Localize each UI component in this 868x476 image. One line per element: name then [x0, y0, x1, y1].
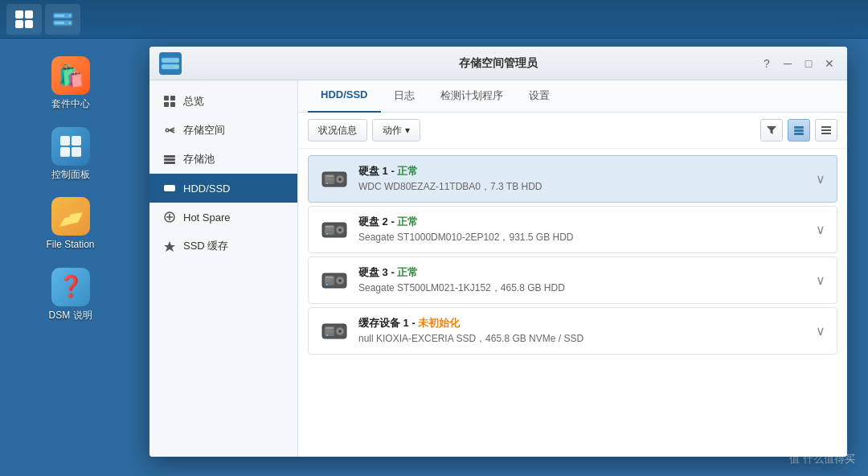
pool-label: 存储池: [183, 152, 215, 166]
svg-rect-14: [159, 52, 182, 75]
svg-rect-38: [794, 126, 804, 129]
svg-rect-11: [72, 136, 81, 146]
disk3-info: 硬盘 3 - 正常 Seagate ST500LM021-1KJ152，465.…: [358, 265, 806, 295]
svg-point-70: [326, 284, 328, 285]
window-maximize-btn[interactable]: □: [800, 55, 817, 72]
disk2-expand-btn[interactable]: ∨: [816, 222, 825, 237]
svg-rect-1: [25, 10, 33, 18]
status-info-btn[interactable]: 状况信息: [308, 119, 367, 142]
svg-point-6: [69, 14, 72, 17]
tab-schedule[interactable]: 检测计划程序: [428, 80, 516, 113]
tab-log[interactable]: 日志: [381, 80, 428, 113]
filestation-label: File Station: [46, 239, 94, 252]
cache1-info: 缓存设备 1 - 未初始化 null KIOXIA-EXCERIA SSD，46…: [358, 316, 806, 346]
sidebar-item-storage[interactable]: 存储空间: [149, 116, 297, 145]
detail-view-btn[interactable]: [815, 119, 837, 142]
disk2-name: 硬盘 2 - 正常: [358, 215, 806, 229]
sidebar-item-pool[interactable]: 存储池: [149, 145, 297, 174]
control-label: 控制面板: [51, 169, 90, 182]
disk-item-cache1[interactable]: 缓存设备 1 - 未初始化 null KIOXIA-EXCERIA SSD，46…: [308, 307, 837, 355]
tab-hdd-ssd[interactable]: HDD/SSD: [308, 80, 381, 113]
desktop-icon-dsm[interactable]: ❓ DSM 说明: [39, 263, 103, 327]
disk-item-1[interactable]: 硬盘 1 - 正常 WDC WD80EZAZ-11TDBA0，7.3 TB HD…: [308, 155, 837, 203]
svg-rect-28: [164, 155, 175, 158]
svg-rect-50: [326, 178, 332, 178]
svg-rect-58: [326, 226, 334, 228]
filter-btn[interactable]: [760, 119, 783, 142]
disk1-icon: [320, 165, 349, 194]
svg-rect-40: [794, 133, 804, 135]
disk3-expand-btn[interactable]: ∨: [816, 273, 825, 288]
disk-item-2[interactable]: 硬盘 2 - 正常 Seagate ST1000DM010-2EP102，931…: [308, 206, 837, 253]
svg-rect-2: [15, 20, 23, 28]
svg-rect-77: [326, 330, 332, 330]
tabs: HDD/SSD 日志 检测计划程序 设置: [298, 80, 847, 113]
disk3-name: 硬盘 3 - 正常: [358, 265, 806, 280]
overview-icon: [162, 94, 177, 109]
svg-rect-59: [326, 228, 332, 229]
window-minimize-btn[interactable]: ─: [780, 55, 796, 72]
cache1-status: 未初始化: [418, 317, 460, 329]
filestation-icon: 📂: [51, 197, 90, 236]
sidebar-item-hot-spare[interactable]: Hot Spare: [149, 203, 297, 232]
window-close-btn[interactable]: ✕: [821, 55, 837, 72]
svg-rect-60: [326, 230, 333, 231]
packages-label: 套件中心: [51, 98, 90, 111]
svg-rect-43: [821, 133, 831, 134]
desktop-icon-filestation[interactable]: 📂 File Station: [39, 192, 103, 256]
svg-rect-67: [326, 277, 334, 278]
storage-icon: [162, 123, 177, 137]
hot-spare-label: Hot Spare: [183, 211, 231, 224]
svg-rect-68: [326, 279, 332, 280]
disk1-desc: WDC WD80EZAZ-11TDBA0，7.3 TB HDD: [358, 180, 806, 194]
list-view-btn[interactable]: [788, 119, 810, 142]
sidebar: 总览 存储空间: [149, 80, 298, 457]
svg-rect-8: [55, 14, 64, 17]
desktop-icon-control[interactable]: 控制面板: [39, 122, 103, 187]
toolbar: 状况信息 动作 ▾: [298, 113, 847, 149]
ssd-cache-label: SSD 缓存: [183, 239, 228, 253]
hot-spare-icon: [162, 210, 177, 224]
taskbar-storage-btn[interactable]: [45, 4, 80, 35]
sidebar-item-ssd-cache[interactable]: SSD 缓存: [149, 232, 297, 261]
sidebar-item-hdd-ssd[interactable]: HDD/SSD: [149, 174, 297, 203]
svg-rect-42: [821, 129, 831, 131]
svg-rect-49: [326, 175, 334, 177]
action-btn[interactable]: 动作 ▾: [372, 119, 420, 142]
svg-rect-22: [170, 102, 175, 107]
disk1-expand-btn[interactable]: ∨: [816, 171, 825, 187]
svg-point-47: [339, 178, 341, 180]
disk1-status: 正常: [397, 165, 418, 177]
sidebar-item-overview[interactable]: 总览: [149, 87, 297, 116]
disk-item-3[interactable]: 硬盘 3 - 正常 Seagate ST500LM021-1KJ152，465.…: [308, 256, 837, 304]
disk1-name: 硬盘 1 - 正常: [358, 164, 806, 178]
svg-rect-12: [60, 147, 70, 157]
desktop-icon-packages[interactable]: 🛍️ 套件中心: [39, 51, 103, 116]
cache1-desc: null KIOXIA-EXCERIA SSD，465.8 GB NVMe / …: [358, 332, 806, 346]
svg-rect-10: [60, 136, 70, 146]
svg-point-79: [326, 334, 328, 336]
overview-label: 总览: [183, 94, 204, 109]
storage-manager-window: 存储空间管理员 ? ─ □ ✕ 总览: [149, 47, 847, 457]
cache1-name: 缓存设备 1 - 未初始化: [358, 316, 806, 330]
svg-rect-69: [326, 281, 333, 281]
svg-point-18: [176, 65, 178, 68]
svg-point-52: [326, 183, 328, 184]
svg-point-32: [172, 187, 174, 190]
window-help-btn[interactable]: ?: [759, 55, 775, 72]
disk3-status: 正常: [397, 266, 418, 278]
svg-rect-0: [15, 10, 23, 18]
disk2-icon: [320, 215, 349, 244]
taskbar-grid-btn[interactable]: [6, 4, 42, 35]
hdd-ssd-label: HDD/SSD: [183, 183, 231, 195]
svg-point-65: [339, 280, 341, 281]
cache1-icon: [320, 317, 349, 346]
disk-list: 硬盘 1 - 正常 WDC WD80EZAZ-11TDBA0，7.3 TB HD…: [298, 149, 847, 457]
packages-icon: 🛍️: [51, 56, 90, 95]
tab-settings[interactable]: 设置: [516, 80, 563, 113]
dsm-icon: ❓: [51, 268, 90, 306]
svg-point-74: [339, 330, 341, 332]
svg-rect-29: [164, 158, 175, 161]
svg-point-17: [176, 59, 178, 61]
cache1-expand-btn[interactable]: ∨: [816, 323, 825, 339]
